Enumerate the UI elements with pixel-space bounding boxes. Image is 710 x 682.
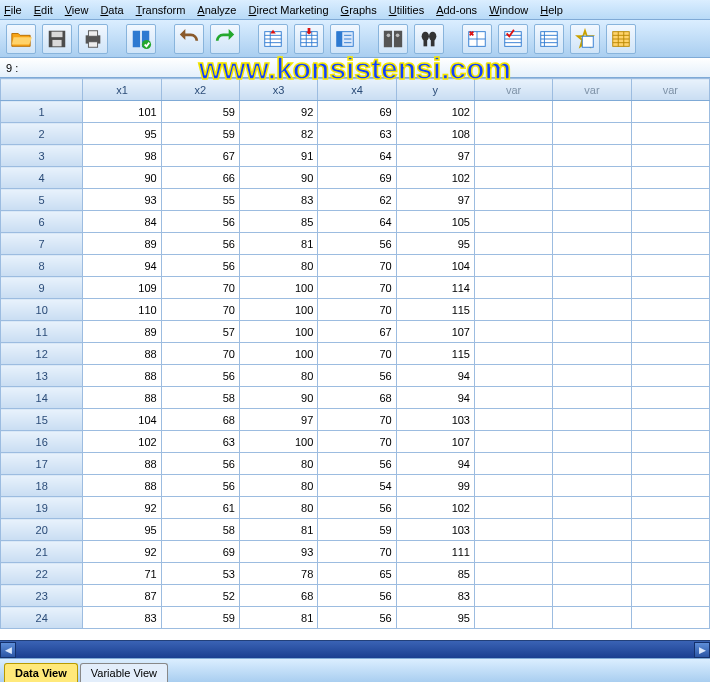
cell[interactable] [631, 607, 709, 629]
row-header[interactable]: 23 [1, 585, 83, 607]
cell[interactable]: 52 [161, 585, 239, 607]
cell[interactable] [553, 123, 631, 145]
cell[interactable] [474, 211, 552, 233]
cell[interactable]: 56 [161, 255, 239, 277]
row-header[interactable]: 7 [1, 233, 83, 255]
cell[interactable] [553, 321, 631, 343]
cell[interactable] [631, 563, 709, 585]
menu-window[interactable]: Window [489, 4, 528, 16]
cell[interactable]: 103 [396, 519, 474, 541]
split-file-button[interactable] [462, 24, 492, 54]
cell[interactable] [631, 541, 709, 563]
column-header-var-6[interactable]: var [553, 79, 631, 101]
cell[interactable] [631, 453, 709, 475]
cell[interactable] [631, 101, 709, 123]
cell[interactable] [474, 365, 552, 387]
cell[interactable]: 115 [396, 343, 474, 365]
cell[interactable]: 56 [161, 475, 239, 497]
cell[interactable] [474, 387, 552, 409]
row-header[interactable]: 3 [1, 145, 83, 167]
row-header[interactable]: 21 [1, 541, 83, 563]
row-header[interactable]: 5 [1, 189, 83, 211]
cell[interactable]: 110 [83, 299, 161, 321]
cell[interactable]: 114 [396, 277, 474, 299]
cell[interactable]: 63 [318, 123, 396, 145]
menu-help[interactable]: Help [540, 4, 563, 16]
cell-reference-input[interactable] [6, 62, 86, 74]
cell[interactable]: 53 [161, 563, 239, 585]
undo-button[interactable] [174, 24, 204, 54]
goto-case-button[interactable] [258, 24, 288, 54]
cell[interactable] [631, 519, 709, 541]
cell[interactable] [631, 299, 709, 321]
cell[interactable] [631, 255, 709, 277]
cell[interactable]: 63 [161, 431, 239, 453]
cell[interactable]: 56 [161, 233, 239, 255]
cell[interactable]: 80 [240, 453, 318, 475]
cell[interactable]: 56 [318, 233, 396, 255]
cell[interactable]: 58 [161, 519, 239, 541]
cell[interactable]: 93 [83, 189, 161, 211]
select-cases-button[interactable] [498, 24, 528, 54]
cell[interactable]: 88 [83, 343, 161, 365]
run-button[interactable] [378, 24, 408, 54]
cell[interactable] [631, 321, 709, 343]
cell[interactable]: 70 [318, 343, 396, 365]
cell[interactable]: 70 [161, 277, 239, 299]
row-header[interactable]: 22 [1, 563, 83, 585]
cell[interactable]: 98 [83, 145, 161, 167]
cell[interactable] [631, 585, 709, 607]
print-button[interactable] [78, 24, 108, 54]
cell[interactable]: 70 [161, 299, 239, 321]
cell[interactable]: 59 [318, 519, 396, 541]
cell[interactable]: 95 [396, 233, 474, 255]
cell[interactable] [553, 387, 631, 409]
column-header-x4[interactable]: x4 [318, 79, 396, 101]
row-header[interactable]: 13 [1, 365, 83, 387]
cell[interactable]: 102 [396, 497, 474, 519]
cell[interactable] [474, 497, 552, 519]
cell[interactable]: 115 [396, 299, 474, 321]
cell[interactable] [553, 299, 631, 321]
cell[interactable]: 107 [396, 431, 474, 453]
tab-data-view[interactable]: Data View [4, 663, 78, 682]
cell[interactable]: 81 [240, 233, 318, 255]
cell[interactable] [553, 409, 631, 431]
row-header[interactable]: 16 [1, 431, 83, 453]
variables-button[interactable] [330, 24, 360, 54]
cell[interactable]: 62 [318, 189, 396, 211]
cell[interactable]: 94 [396, 453, 474, 475]
cell[interactable]: 99 [396, 475, 474, 497]
column-header-x2[interactable]: x2 [161, 79, 239, 101]
tab-variable-view[interactable]: Variable View [80, 663, 168, 682]
cell[interactable]: 102 [396, 167, 474, 189]
cell[interactable]: 59 [161, 101, 239, 123]
goto-variable-button[interactable] [294, 24, 324, 54]
cell[interactable]: 91 [240, 145, 318, 167]
cell[interactable]: 88 [83, 453, 161, 475]
cell[interactable]: 80 [240, 475, 318, 497]
menu-analyze[interactable]: Analyze [197, 4, 236, 16]
row-header[interactable]: 12 [1, 343, 83, 365]
cell[interactable] [631, 211, 709, 233]
cell[interactable]: 100 [240, 299, 318, 321]
cell[interactable] [474, 123, 552, 145]
cell[interactable]: 85 [240, 211, 318, 233]
cell[interactable] [553, 145, 631, 167]
cell[interactable]: 100 [240, 431, 318, 453]
cell[interactable] [631, 277, 709, 299]
cell[interactable]: 64 [318, 211, 396, 233]
menu-edit[interactable]: Edit [34, 4, 53, 16]
cell[interactable]: 56 [161, 453, 239, 475]
cell[interactable] [553, 541, 631, 563]
cell[interactable] [474, 277, 552, 299]
cell[interactable]: 104 [396, 255, 474, 277]
cell[interactable] [631, 343, 709, 365]
cell[interactable] [474, 101, 552, 123]
cell[interactable]: 97 [396, 189, 474, 211]
cell[interactable]: 59 [161, 123, 239, 145]
menu-data[interactable]: Data [100, 4, 123, 16]
cell[interactable]: 103 [396, 409, 474, 431]
cell[interactable]: 109 [83, 277, 161, 299]
cell[interactable] [631, 233, 709, 255]
